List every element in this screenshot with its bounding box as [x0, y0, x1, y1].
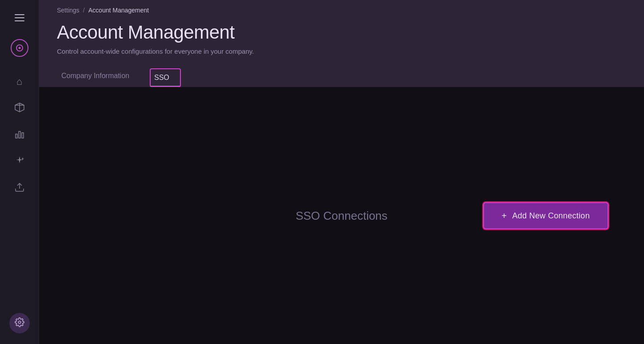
sso-connections-label: SSO Connections [296, 209, 388, 222]
hamburger-button[interactable] [0, 5, 39, 30]
sidebar-item-analytics[interactable] [0, 123, 39, 147]
sparkle-icon [14, 155, 25, 168]
analytics-icon [14, 129, 25, 141]
menu-icon [15, 14, 24, 21]
sidebar-item-ai[interactable] [0, 149, 39, 174]
page-title: Account Management [57, 22, 626, 43]
cube-icon [14, 102, 25, 115]
sidebar-item-objects[interactable] [0, 96, 39, 121]
app-logo [0, 34, 39, 62]
add-new-connection-button[interactable]: + Add New Connection [483, 202, 609, 229]
breadcrumb-settings-link[interactable]: Settings [57, 7, 80, 14]
sidebar-settings[interactable] [0, 308, 39, 339]
svg-rect-3 [16, 134, 17, 138]
sidebar: ⌂ [0, 0, 39, 344]
sidebar-item-upload[interactable] [0, 176, 39, 201]
svg-rect-4 [19, 131, 20, 138]
logo-icon [11, 39, 28, 57]
tab-sso[interactable]: SSO [150, 68, 181, 87]
content-area: SSO Connections + Add New Connection [39, 87, 644, 344]
sidebar-item-home[interactable]: ⌂ [0, 69, 39, 94]
plus-icon: + [502, 211, 507, 220]
breadcrumb-current: Account Management [88, 7, 149, 14]
sidebar-nav: ⌂ [0, 69, 39, 308]
main-content: Settings / Account Management Account Ma… [39, 0, 644, 344]
upload-icon [14, 182, 25, 194]
breadcrumb-separator: / [83, 6, 85, 14]
add-connection-label: Add New Connection [512, 211, 590, 220]
tab-company-information[interactable]: Company Information [57, 67, 141, 87]
breadcrumb: Settings / Account Management [57, 6, 626, 14]
settings-icon [15, 317, 24, 329]
settings-circle-button[interactable] [9, 313, 30, 333]
svg-point-7 [18, 321, 21, 324]
page-header: Settings / Account Management Account Ma… [39, 0, 644, 87]
svg-rect-5 [22, 133, 24, 138]
tabs-container: Company Information SSO [57, 67, 626, 87]
page-subtitle: Control account-wide configurations for … [57, 47, 626, 55]
home-icon: ⌂ [16, 77, 22, 87]
